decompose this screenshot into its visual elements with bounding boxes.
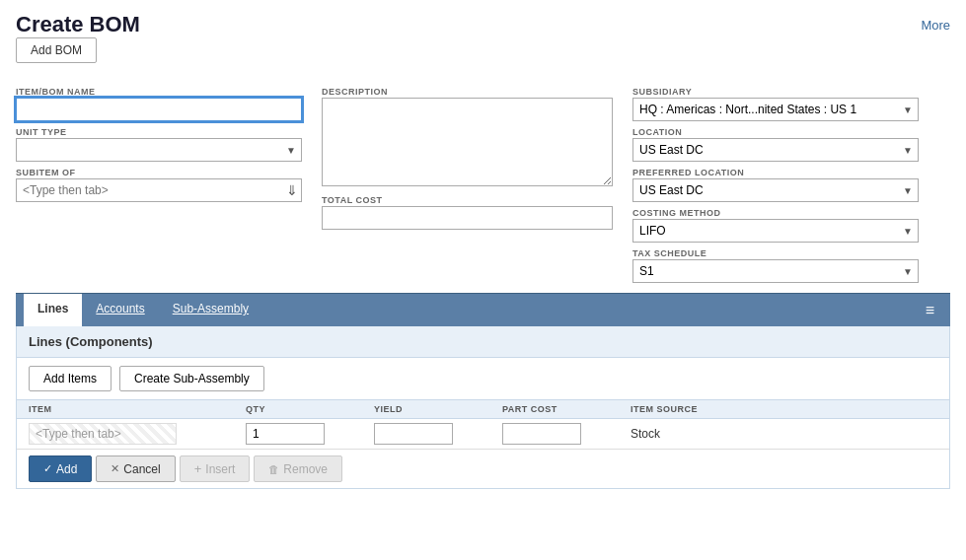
tax-schedule-field: TAX SCHEDULE S1 ▼ <box>632 248 919 283</box>
description-input[interactable] <box>322 98 613 186</box>
subitem-of-wrap: ⇓ <box>16 178 302 202</box>
cell-part-cost <box>502 423 631 445</box>
qty-input[interactable] <box>246 423 325 445</box>
unit-type-field: UNIT TYPE ▼ <box>16 127 302 162</box>
checkmark-icon: ✓ <box>43 462 52 475</box>
subsidiary-label: SUBSIDIARY <box>632 87 919 97</box>
add-bom-button[interactable]: Add BOM <box>16 37 97 63</box>
costing-method-field: COSTING METHOD LIFO ▼ <box>632 208 919 243</box>
location-select[interactable]: US East DC <box>632 138 919 162</box>
item-bom-name-input[interactable] <box>16 98 302 121</box>
lines-header: Lines (Components) <box>17 326 949 358</box>
plus-icon: + <box>194 461 202 476</box>
tax-schedule-select-wrap[interactable]: S1 ▼ <box>632 259 919 283</box>
unit-type-label: UNIT TYPE <box>16 127 302 137</box>
lines-buttons: Add Items Create Sub-Assembly <box>17 358 949 400</box>
cell-yield <box>374 423 502 445</box>
table-header: ITEM QTY YIELD PART COST ITEM SOURCE <box>17 400 949 419</box>
subsidiary-select[interactable]: HQ : Americas : Nort...nited States : US… <box>632 98 919 121</box>
col-header-item-source: ITEM SOURCE <box>631 404 759 414</box>
description-field: DESCRIPTION <box>322 87 613 189</box>
unit-type-select[interactable] <box>16 138 302 162</box>
main-form: ITEM/BOM NAME UNIT TYPE ▼ SUBITEM OF ⇓ <box>16 87 950 283</box>
col-header-part-cost: PART COST <box>502 404 631 414</box>
preferred-location-select[interactable]: US East DC <box>632 178 919 202</box>
location-field: LOCATION US East DC ▼ <box>632 127 919 162</box>
tabs-right: ≡ <box>918 302 942 319</box>
cancel-button[interactable]: ✕ Cancel <box>96 455 175 482</box>
insert-label: Insert <box>205 462 235 476</box>
item-type-placeholder[interactable]: <Type then tab> <box>29 423 177 445</box>
create-sub-assembly-button[interactable]: Create Sub-Assembly <box>119 366 264 391</box>
x-icon: ✕ <box>111 462 119 475</box>
subitem-of-field: SUBITEM OF ⇓ <box>16 168 302 202</box>
location-select-wrap[interactable]: US East DC ▼ <box>632 138 919 162</box>
total-cost-input[interactable] <box>322 206 613 230</box>
subitem-of-label: SUBITEM OF <box>16 168 302 177</box>
tab-sub-assembly[interactable]: Sub-Assembly <box>159 294 262 326</box>
subsidiary-select-wrap[interactable]: HQ : Americas : Nort...nited States : US… <box>632 98 919 121</box>
preferred-location-select-wrap[interactable]: US East DC ▼ <box>632 178 919 202</box>
tax-schedule-select[interactable]: S1 <box>632 259 919 283</box>
action-row: ✓ Add ✕ Cancel + Insert 🗑 Remove <box>17 450 949 488</box>
costing-method-select-wrap[interactable]: LIFO ▼ <box>632 219 919 243</box>
item-bom-name-field: ITEM/BOM NAME <box>16 87 302 121</box>
remove-button[interactable]: 🗑 Remove <box>254 455 342 482</box>
total-cost-label: TOTAL COST <box>322 195 613 205</box>
cancel-label: Cancel <box>123 462 160 476</box>
tab-lines[interactable]: Lines <box>24 294 82 326</box>
costing-method-label: COSTING METHOD <box>632 208 919 218</box>
subitem-of-input[interactable] <box>16 178 302 202</box>
preferred-location-field: PREFERRED LOCATION US East DC ▼ <box>632 168 919 202</box>
cell-item: <Type then tab> <box>29 423 246 445</box>
insert-button[interactable]: + Insert <box>180 455 251 482</box>
tab-accounts[interactable]: Accounts <box>82 294 158 326</box>
lines-section: Lines (Components) Add Items Create Sub-… <box>16 326 950 489</box>
unit-type-select-wrap[interactable]: ▼ <box>16 138 302 162</box>
subsidiary-field: SUBSIDIARY HQ : Americas : Nort...nited … <box>632 87 919 121</box>
page-header: Create BOM Add BOM More <box>16 12 950 77</box>
more-link[interactable]: More <box>921 18 950 33</box>
col-header-yield: YIELD <box>374 404 502 414</box>
cell-item-source: Stock <box>631 427 759 441</box>
form-right-col: SUBSIDIARY HQ : Americas : Nort...nited … <box>632 87 919 283</box>
trash-icon: 🗑 <box>268 463 279 475</box>
col-header-item: ITEM <box>29 404 246 414</box>
page-title: Create BOM <box>16 12 140 37</box>
preferred-location-label: PREFERRED LOCATION <box>632 168 919 177</box>
item-bom-name-label: ITEM/BOM NAME <box>16 87 302 97</box>
table-row: <Type then tab> Stock <box>17 419 949 450</box>
remove-label: Remove <box>283 462 328 476</box>
costing-method-select[interactable]: LIFO <box>632 219 919 243</box>
tax-schedule-label: TAX SCHEDULE <box>632 248 919 258</box>
part-cost-input[interactable] <box>502 423 581 445</box>
collapse-icon[interactable]: ≡ <box>918 296 942 324</box>
add-label: Add <box>56 462 77 476</box>
location-label: LOCATION <box>632 127 919 137</box>
page-container: Create BOM Add BOM More ITEM/BOM NAME UN… <box>0 0 966 560</box>
add-button[interactable]: ✓ Add <box>29 455 92 482</box>
description-label: DESCRIPTION <box>322 87 613 97</box>
form-left-col: ITEM/BOM NAME UNIT TYPE ▼ SUBITEM OF ⇓ <box>16 87 302 283</box>
tabs-bar: Lines Accounts Sub-Assembly ≡ <box>16 293 950 326</box>
col-header-qty: QTY <box>246 404 374 414</box>
total-cost-field: TOTAL COST <box>322 195 613 230</box>
form-mid-col: DESCRIPTION TOTAL COST <box>322 87 613 283</box>
yield-input[interactable] <box>374 423 453 445</box>
add-items-button[interactable]: Add Items <box>29 366 111 391</box>
cell-qty <box>246 423 374 445</box>
